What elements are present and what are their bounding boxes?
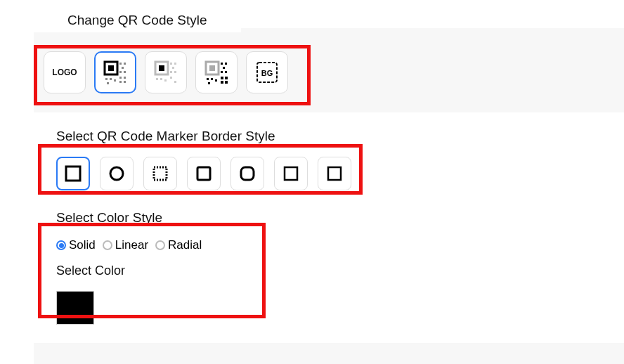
marker-opt-thin2[interactable] <box>318 157 351 190</box>
marker-opt-rounded-rect[interactable] <box>230 157 264 190</box>
thin-sq2-icon <box>326 165 343 182</box>
tab-label: Change QR Code Style <box>67 13 207 27</box>
radio-solid[interactable]: Solid <box>56 238 96 252</box>
svg-rect-48 <box>241 167 254 180</box>
dotted-square-icon <box>152 165 169 182</box>
svg-rect-34 <box>207 78 209 80</box>
svg-rect-5 <box>119 71 122 73</box>
svg-rect-31 <box>223 67 225 69</box>
qr-mixed-icon <box>202 58 230 86</box>
svg-rect-39 <box>225 77 228 79</box>
svg-rect-41 <box>225 81 228 84</box>
qr-solid-icon <box>101 58 129 86</box>
svg-rect-28 <box>209 65 215 71</box>
color-style-title: Select Color Style <box>56 210 624 226</box>
svg-rect-37 <box>208 82 210 84</box>
thin-sq1-icon <box>282 165 299 182</box>
style-opt-qr-mixed[interactable] <box>195 51 238 93</box>
radio-dot-icon <box>103 240 112 250</box>
svg-rect-4 <box>122 67 124 69</box>
svg-rect-12 <box>124 77 126 79</box>
svg-rect-2 <box>119 63 122 65</box>
radio-linear[interactable]: Linear <box>103 238 148 252</box>
select-color-title: Select Color <box>56 264 624 278</box>
footer-band <box>34 343 624 364</box>
svg-rect-8 <box>110 78 112 80</box>
svg-rect-23 <box>160 78 162 80</box>
qr-style-options: LOGO <box>44 51 288 93</box>
svg-point-45 <box>110 167 123 180</box>
marker-border-title: Select QR Code Marker Border Style <box>56 129 624 144</box>
svg-rect-46 <box>154 167 167 180</box>
svg-rect-47 <box>197 167 210 180</box>
svg-rect-3 <box>124 63 126 65</box>
svg-rect-22 <box>156 78 158 80</box>
svg-rect-29 <box>221 63 223 65</box>
qr-light-icon <box>152 58 180 86</box>
color-swatch[interactable] <box>56 291 94 325</box>
svg-rect-30 <box>225 63 227 65</box>
style-opt-qr-light[interactable] <box>145 51 187 93</box>
style-opt-label: LOGO <box>52 67 77 77</box>
svg-text:BG: BG <box>261 69 273 77</box>
radio-radial[interactable]: Radial <box>155 238 202 252</box>
marker-opt-thin1[interactable] <box>274 157 308 190</box>
svg-rect-19 <box>172 67 174 69</box>
style-opt-logo[interactable]: LOGO <box>44 51 86 93</box>
style-opt-bg[interactable]: BG <box>246 51 288 93</box>
tab-change-qr-style[interactable]: Change QR Code Style <box>34 13 241 32</box>
circle-icon <box>108 165 125 182</box>
svg-rect-33 <box>225 71 227 73</box>
svg-rect-16 <box>159 65 164 71</box>
rounded-sq-icon <box>195 165 212 182</box>
svg-rect-26 <box>174 81 176 83</box>
marker-opt-rounded-sq[interactable] <box>187 157 221 190</box>
svg-rect-6 <box>124 71 126 73</box>
color-style-options: Solid Linear Radial <box>56 238 624 252</box>
svg-rect-14 <box>124 81 126 83</box>
radio-label: Radial <box>168 238 202 252</box>
svg-rect-40 <box>221 81 223 84</box>
radio-dot-icon <box>155 240 165 250</box>
svg-rect-1 <box>108 65 114 71</box>
marker-opt-circle[interactable] <box>100 157 134 190</box>
svg-rect-44 <box>66 167 80 181</box>
rounded-rect-icon <box>239 165 256 182</box>
radio-dot-icon <box>56 240 66 250</box>
svg-rect-20 <box>170 71 172 73</box>
marker-opt-dotted[interactable] <box>143 157 177 190</box>
svg-rect-24 <box>164 79 167 82</box>
svg-rect-13 <box>119 81 122 83</box>
marker-opt-square[interactable] <box>56 157 90 190</box>
svg-rect-50 <box>328 167 341 180</box>
radio-label: Linear <box>115 238 148 252</box>
svg-rect-38 <box>221 77 223 79</box>
radio-label: Solid <box>69 238 96 252</box>
svg-rect-32 <box>221 71 223 73</box>
bg-icon: BG <box>253 58 281 86</box>
square-icon <box>65 165 82 182</box>
svg-rect-7 <box>105 78 108 80</box>
svg-rect-11 <box>119 77 122 79</box>
svg-rect-21 <box>174 71 176 73</box>
svg-rect-17 <box>170 63 172 65</box>
svg-rect-35 <box>211 78 213 80</box>
svg-rect-18 <box>174 63 176 65</box>
svg-rect-36 <box>215 79 217 82</box>
svg-rect-9 <box>114 79 116 82</box>
svg-rect-25 <box>170 77 172 79</box>
svg-rect-10 <box>107 82 109 84</box>
svg-rect-49 <box>285 167 297 180</box>
style-opt-qr-solid[interactable] <box>94 51 136 93</box>
marker-border-options <box>56 157 624 190</box>
